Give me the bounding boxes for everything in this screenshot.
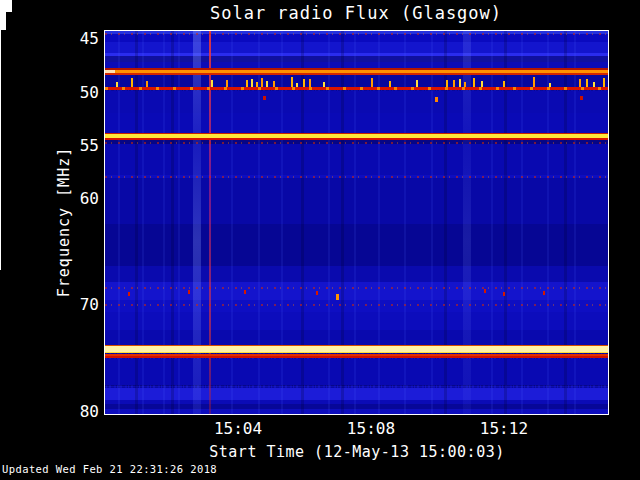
spectrogram-shade-band — [105, 91, 608, 113]
rfi-burst-spike — [579, 79, 581, 87]
band-74-yellow-white — [105, 352, 608, 353]
spectrogram-shade-band — [105, 282, 608, 300]
x-minor-tick-bottom — [0, 144, 1, 151]
spectrogram-shade-band — [105, 144, 608, 175]
spectrogram-shade-band — [105, 178, 608, 224]
spectrogram-shade-band — [105, 330, 608, 346]
x-minor-tick-top — [0, 193, 1, 200]
x-major-tick-bottom — [0, 78, 1, 90]
sporadic-dot-69mhz — [244, 290, 246, 294]
rfi-burst-spike — [453, 80, 455, 87]
rfi-burst-spike — [371, 78, 373, 87]
rfi-burst-spike — [503, 81, 505, 87]
red-speckle-row — [105, 176, 608, 178]
x-tick-label: 15:08 — [347, 419, 395, 438]
band-54-yellow — [105, 138, 608, 140]
sporadic-dot-69mhz — [336, 294, 339, 300]
x-minor-tick-top — [0, 109, 1, 116]
rfi-burst-spike — [446, 80, 448, 87]
isolated-dot — [263, 96, 266, 100]
x-minor-tick-bottom — [0, 186, 1, 193]
spectrogram-shade-band — [105, 409, 608, 414]
line-49-7-orange-flecks — [105, 87, 608, 90]
y-tick-label: 45 — [41, 29, 99, 48]
x-minor-tick-top — [0, 263, 1, 270]
band-48-orange — [105, 73, 608, 75]
spectrogram-shade-band — [105, 42, 608, 53]
x-minor-tick-top — [0, 179, 1, 186]
x-minor-tick-bottom — [0, 200, 1, 207]
red-speckle-row — [105, 142, 608, 144]
rfi-burst-spike — [266, 81, 268, 87]
rfi-burst-spike — [251, 79, 253, 87]
rfi-burst-spike — [116, 82, 118, 87]
sporadic-dot-69mhz — [128, 292, 130, 296]
spectrogram-shade-band — [105, 113, 608, 134]
x-minor-tick-top — [0, 221, 1, 228]
rfi-burst-spike — [416, 80, 418, 87]
y-tick-label: 50 — [41, 83, 99, 102]
red-speckle-row — [105, 287, 608, 289]
x-minor-tick-top — [0, 123, 1, 130]
spectrogram-shade-band — [105, 224, 608, 267]
rfi-burst-spike — [464, 82, 466, 87]
x-minor-tick-bottom — [0, 256, 1, 263]
rfi-burst-spike — [533, 77, 535, 87]
chart-title: Solar radio Flux (Glasgow) — [210, 3, 502, 23]
x-major-tick-top — [0, 66, 1, 78]
sporadic-dot-69mhz — [316, 291, 318, 295]
x-minor-tick-bottom — [0, 130, 1, 137]
rfi-burst-spike — [481, 81, 483, 87]
x-minor-tick-top — [0, 165, 1, 172]
rfi-burst-spike — [309, 79, 311, 87]
x-major-tick-bottom — [0, 54, 1, 66]
rfi-burst-spike — [459, 79, 461, 87]
red-speckle-row — [105, 33, 608, 35]
line-74-8-red — [105, 356, 608, 359]
rfi-burst-spike — [296, 83, 298, 87]
x-minor-tick-top — [0, 151, 1, 158]
x-minor-tick-bottom — [0, 116, 1, 123]
rfi-burst-spike — [291, 77, 293, 87]
spectrogram-shade-band — [105, 388, 608, 400]
y-axis-label: Frequency [MHz] — [55, 147, 73, 297]
x-minor-tick-top — [0, 235, 1, 242]
y-tick-label: 70 — [41, 295, 99, 314]
spectrogram-shade-band — [105, 266, 608, 282]
red-speckle-row — [105, 304, 608, 306]
plot-area — [104, 30, 609, 415]
rfi-burst-spike — [603, 78, 605, 87]
solar-radio-spectrogram-figure: Solar radio Flux (Glasgow) Frequency [MH… — [0, 0, 640, 480]
rfi-burst-spike — [549, 83, 551, 87]
rfi-burst-spike — [226, 80, 228, 87]
x-minor-tick-top — [0, 249, 1, 256]
sporadic-dot-69mhz — [543, 291, 545, 295]
spectrogram-shade-band — [105, 359, 608, 386]
spectrogram-shade-band — [105, 300, 608, 312]
x-tick-label: 15:04 — [214, 419, 262, 438]
x-tick-label: 15:12 — [480, 419, 528, 438]
rfi-burst-spike — [323, 82, 325, 87]
y-tick-label: 60 — [41, 189, 99, 208]
rfi-burst-spike — [131, 78, 133, 87]
rfi-burst-spike — [261, 78, 263, 87]
isolated-dot — [580, 96, 583, 100]
rfi-burst-spike — [586, 79, 588, 87]
x-minor-tick-top — [0, 137, 1, 144]
rfi-burst-spike — [593, 82, 595, 87]
x-major-tick-top — [0, 90, 1, 102]
y-tick-label: 80 — [41, 402, 99, 421]
rfi-burst-spike — [256, 82, 258, 87]
x-minor-tick-bottom — [0, 228, 1, 235]
isolated-dot — [435, 97, 438, 102]
spectrogram-shade-band — [105, 312, 608, 330]
rfi-burst-spike — [146, 81, 148, 87]
updated-timestamp: Updated Wed Feb 21 22:31:26 2018 — [2, 463, 217, 475]
rfi-burst-spike — [273, 81, 275, 87]
x-minor-tick-bottom — [0, 214, 1, 221]
x-major-tick-top — [0, 42, 1, 54]
sporadic-dot-69mhz — [188, 290, 190, 294]
x-minor-tick-bottom — [0, 172, 1, 179]
y-tick-label: 55 — [41, 136, 99, 155]
rfi-burst-spike — [211, 80, 213, 87]
